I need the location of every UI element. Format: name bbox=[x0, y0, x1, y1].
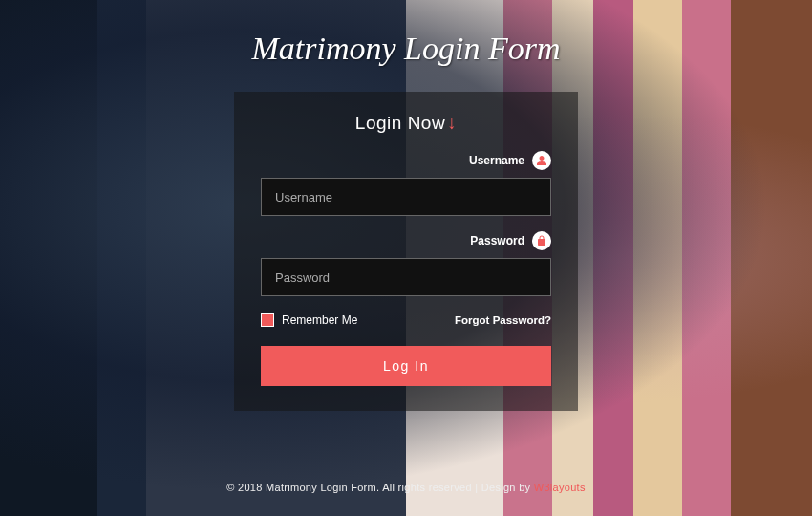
footer-link[interactable]: W3layouts bbox=[534, 482, 586, 493]
username-label-row: Username bbox=[261, 151, 551, 170]
panel-heading: Login Now↓ bbox=[261, 113, 551, 134]
panel-heading-text: Login Now bbox=[355, 113, 445, 133]
username-input[interactable] bbox=[261, 178, 551, 216]
lock-icon bbox=[532, 231, 551, 250]
page-title: Matrimony Login Form bbox=[252, 31, 561, 67]
username-label: Username bbox=[469, 154, 524, 167]
footer-text: © 2018 Matrimony Login Form. All rights … bbox=[226, 482, 534, 493]
footer: © 2018 Matrimony Login Form. All rights … bbox=[0, 482, 812, 493]
remember-label: Remember Me bbox=[282, 313, 357, 327]
password-label: Password bbox=[470, 234, 524, 247]
password-label-row: Password bbox=[261, 231, 551, 250]
checkbox-icon bbox=[261, 313, 274, 327]
remember-me-checkbox[interactable]: Remember Me bbox=[261, 313, 357, 327]
password-input[interactable] bbox=[261, 258, 551, 296]
login-button[interactable]: Log In bbox=[261, 346, 551, 386]
options-row: Remember Me Forgot Password? bbox=[261, 313, 551, 327]
login-panel: Login Now↓ Username Password Remember Me… bbox=[234, 92, 578, 411]
user-icon bbox=[532, 151, 551, 170]
page-container: Matrimony Login Form Login Now↓ Username… bbox=[0, 0, 812, 516]
forgot-password-link[interactable]: Forgot Password? bbox=[455, 314, 551, 326]
arrow-down-icon: ↓ bbox=[447, 113, 457, 133]
